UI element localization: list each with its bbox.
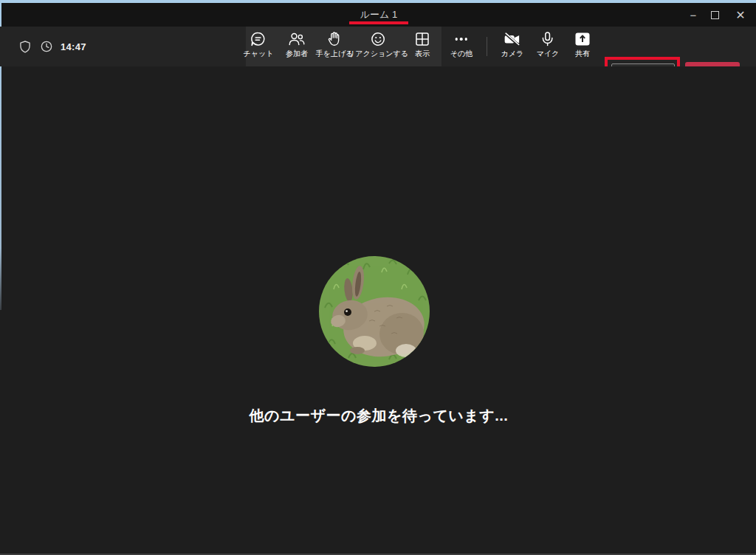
toolbar-button-more[interactable]: その他 (450, 30, 472, 65)
titlebar: ルーム 1 − ✕ (0, 3, 756, 27)
rabbit-photo (319, 256, 430, 367)
clock-icon (39, 39, 54, 54)
share-screen-icon (574, 30, 591, 49)
toolbar-button-label: その他 (450, 49, 472, 58)
grid-view-icon (413, 30, 431, 49)
close-icon: ✕ (735, 8, 745, 22)
waiting-message: 他のユーザーの参加を待っています... (1, 406, 756, 426)
people-icon (287, 30, 306, 49)
title-underline-annotation (349, 21, 408, 24)
toolbar-button-label: 共有 (575, 49, 590, 58)
meeting-elapsed-time: 14:47 (61, 41, 86, 52)
smiley-icon (369, 30, 387, 49)
toolbar-button-label: カメラ (501, 49, 524, 58)
toolbar-button-share[interactable]: 共有 (574, 30, 591, 65)
teams-meeting-window: ルーム 1 − ✕ 14:47 (0, 0, 756, 555)
meeting-toolbar: 14:47 チャット 参加者 (0, 27, 756, 66)
participant-avatar (319, 256, 430, 367)
toolbar-button-participants[interactable]: 参加者 (286, 30, 308, 65)
close-button[interactable]: ✕ (728, 3, 753, 27)
toolbar-button-react[interactable]: リアクションする (348, 30, 408, 65)
window-title: ルーム 1 (360, 8, 397, 21)
toolbar-divider (487, 37, 487, 56)
toolbar-button-label: 参加者 (286, 49, 308, 58)
meeting-stage: 他のユーザーの参加を待っています... (1, 66, 756, 554)
toolbar-button-mic[interactable]: マイク (537, 30, 560, 65)
minimize-icon: − (690, 9, 697, 21)
meeting-info: 14:47 (18, 27, 86, 66)
toolbar-button-chat[interactable]: チャット (244, 30, 274, 65)
shield-icon (18, 39, 32, 55)
camera-off-icon (503, 30, 522, 49)
toolbar-button-label: チャット (244, 49, 274, 58)
maximize-icon (711, 11, 719, 19)
raised-hand-icon (326, 30, 343, 49)
maximize-button[interactable] (702, 3, 727, 27)
microphone-icon (539, 30, 557, 49)
toolbar-button-camera[interactable]: カメラ (501, 30, 524, 65)
toolbar-button-label: 表示 (415, 49, 430, 58)
chat-bubble-icon (250, 30, 267, 49)
toolbar-button-label: マイク (537, 49, 560, 58)
ellipsis-icon (456, 30, 468, 49)
toolbar-button-view[interactable]: 表示 (413, 30, 431, 65)
toolbar-button-label: リアクションする (348, 49, 408, 58)
window-top-edge (0, 0, 756, 3)
